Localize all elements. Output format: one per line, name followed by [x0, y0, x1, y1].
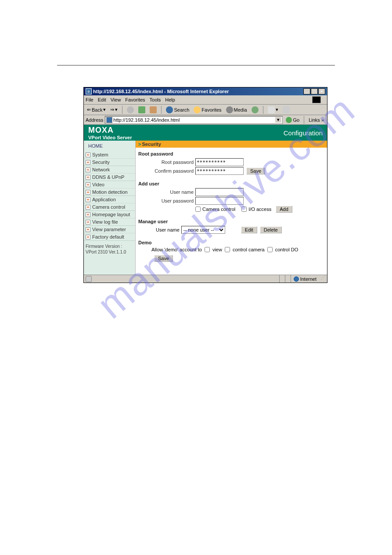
confirm-password-input[interactable] [195, 167, 244, 175]
media-icon [226, 106, 233, 113]
demo-control-camera-label: control camera [233, 247, 265, 252]
links-button[interactable]: Links » [307, 117, 325, 123]
add-user-button[interactable]: Add [276, 206, 292, 213]
search-icon [166, 106, 173, 113]
main-panel: >Security Root password Root password Co… [136, 141, 327, 275]
menu-file[interactable]: File [86, 97, 94, 102]
statusbar: Internet ⋰ [84, 275, 327, 283]
delete-user-button[interactable]: Delete [260, 226, 282, 233]
page-icon [106, 117, 112, 123]
status-zone: Internet [291, 275, 319, 283]
app-body: HOME +System +Security +Network +DDNS & … [84, 141, 327, 275]
address-input[interactable] [113, 117, 275, 123]
separator [161, 106, 162, 114]
sidebar-home[interactable]: HOME [84, 141, 135, 151]
mail-button[interactable]: ▾ [266, 106, 280, 114]
print-button[interactable] [281, 106, 291, 114]
history-button[interactable] [250, 106, 260, 114]
form-area: Root password Root password Confirm pass… [136, 148, 327, 264]
minimize-button[interactable]: _ [303, 88, 310, 94]
back-button[interactable]: ⇐ Back ▾ [86, 106, 107, 113]
demo-control-do-checkbox[interactable] [267, 247, 273, 252]
ie-throbber-icon [312, 96, 321, 103]
sidebar-item-ddns-upnp[interactable]: +DDNS & UPnP [84, 174, 135, 181]
camera-control-checkbox[interactable] [195, 207, 201, 212]
media-button[interactable]: Media [225, 106, 248, 114]
sidebar-item-view-log-file[interactable]: +View log file [84, 218, 135, 226]
refresh-icon [138, 106, 145, 113]
search-button[interactable]: Search [165, 106, 191, 114]
breadcrumb: >Security [136, 141, 327, 148]
maximize-button[interactable]: □ [311, 88, 318, 94]
sidebar-item-camera-control[interactable]: +Camera control [84, 203, 135, 211]
sidebar-item-video[interactable]: +Video [84, 181, 135, 189]
page-divider [57, 65, 335, 65]
menu-tools[interactable]: Tools [150, 97, 161, 102]
expand-icon: + [86, 175, 90, 180]
favorites-button[interactable]: Favorites [192, 106, 223, 114]
back-arrow-icon: ⇐ [87, 107, 91, 112]
sidebar-item-factory-default[interactable]: +Factory default [84, 233, 135, 241]
window-title: http://192.168.12.45/index.html - Micros… [93, 89, 303, 94]
menu-edit[interactable]: Edit [98, 97, 106, 102]
add-user-heading: Add user [138, 181, 324, 186]
confirm-password-label: Confirm password [138, 168, 195, 174]
save-root-password-button[interactable]: Save [246, 167, 265, 174]
user-password-input[interactable] [195, 197, 244, 205]
status-cell [279, 275, 285, 283]
forward-button[interactable]: ⇒▾ [109, 106, 119, 113]
menu-help[interactable]: Help [165, 97, 175, 102]
edit-user-button[interactable]: Edit [241, 226, 257, 233]
app-logo: MOXA VPort Video Server [88, 126, 132, 140]
menu-favorites[interactable]: Favorites [125, 97, 145, 102]
io-access-label: I/O access [248, 207, 271, 212]
sidebar-item-network[interactable]: +Network [84, 166, 135, 174]
sidebar-item-application[interactable]: +Application [84, 196, 135, 203]
manage-user-select[interactable]: -- none user -- [181, 226, 225, 234]
ie-icon: e [86, 88, 92, 94]
camera-control-label: Camera control [202, 207, 235, 212]
manage-user-name-label: User name [156, 227, 180, 232]
sidebar-item-system[interactable]: +System [84, 151, 135, 159]
toolbar: ⇐ Back ▾ ⇒▾ Search Favorites Media ▾ [84, 105, 327, 115]
user-name-input[interactable] [195, 188, 244, 196]
demo-control-do-label: control DO [275, 247, 298, 252]
sidebar-item-motion-detection[interactable]: +Motion detection [84, 189, 135, 196]
separator [304, 116, 304, 124]
address-dropdown[interactable]: ▾ [275, 117, 281, 123]
home-button[interactable] [148, 106, 158, 114]
resize-grip[interactable]: ⋰ [319, 276, 325, 282]
expand-icon: + [86, 227, 90, 232]
save-demo-button[interactable]: Save [154, 255, 173, 262]
address-input-wrap[interactable]: ▾ [105, 116, 283, 124]
root-password-input[interactable] [195, 158, 244, 166]
separator [263, 106, 263, 114]
mail-icon [268, 106, 275, 113]
close-button[interactable]: × [318, 88, 325, 94]
menubar: File Edit View Favorites Tools Help [84, 95, 327, 105]
content-area: MOXA VPort Video Server Configuration HO… [84, 125, 327, 275]
titlebar: e http://192.168.12.45/index.html - Micr… [84, 87, 327, 95]
expand-icon: + [86, 152, 90, 157]
home-icon [150, 106, 157, 113]
separator [122, 106, 122, 114]
go-button[interactable]: Go [284, 117, 301, 123]
demo-view-label: view [212, 247, 222, 252]
status-cell [285, 275, 291, 283]
app-header: MOXA VPort Video Server Configuration [84, 125, 327, 141]
demo-view-checkbox[interactable] [205, 247, 210, 252]
demo-control-camera-checkbox[interactable] [225, 247, 230, 252]
root-password-label: Root password [138, 160, 195, 165]
menu-view[interactable]: View [111, 97, 121, 102]
stop-button[interactable] [126, 106, 135, 114]
demo-heading: Demo [138, 240, 324, 245]
expand-icon: + [86, 197, 90, 202]
sidebar-item-view-parameter[interactable]: +View parameter [84, 226, 135, 233]
user-password-label: User password [138, 198, 195, 203]
sidebar-item-security[interactable]: +Security [84, 159, 135, 166]
sidebar-item-homepage-layout[interactable]: +Homepage layout [84, 211, 135, 218]
refresh-button[interactable] [137, 106, 147, 114]
history-icon [252, 106, 259, 113]
addressbar: Address ▾ Go Links » [84, 115, 327, 125]
io-access-checkbox[interactable] [241, 207, 247, 212]
